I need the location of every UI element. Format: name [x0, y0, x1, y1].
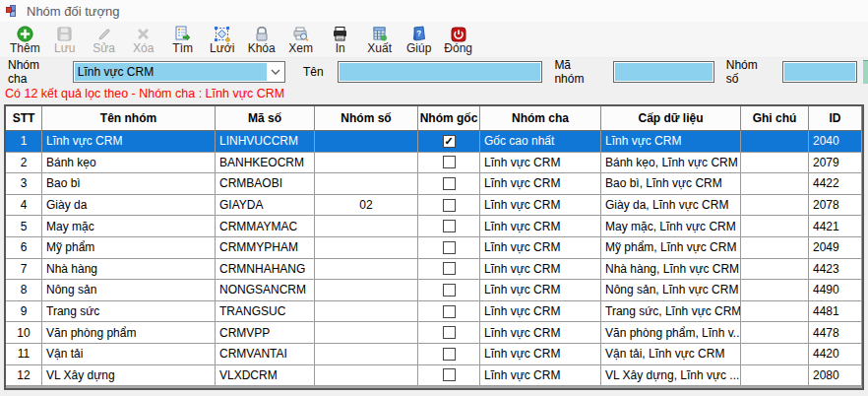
- grid-button[interactable]: Lưới: [204, 24, 241, 56]
- cell-ma-so[interactable]: CRMVANTAI: [216, 344, 315, 365]
- cell-nhom-so[interactable]: [315, 153, 418, 174]
- cell-stt[interactable]: 3: [6, 173, 42, 195]
- cell-ma-so[interactable]: LINHVUCCRM: [216, 131, 315, 153]
- cell-nhom-cha[interactable]: Lĩnh vực CRM: [480, 153, 601, 174]
- cell-nhom-so[interactable]: [315, 216, 418, 237]
- table-row[interactable]: 5May mặcCRMMAYMACLĩnh vực CRMMay mặc, Lĩ…: [6, 216, 862, 237]
- cell-nhom-so[interactable]: [315, 301, 418, 323]
- cell-ghi-chu[interactable]: [741, 131, 809, 153]
- cell-id[interactable]: 2049: [809, 237, 862, 259]
- cell-nhom-cha[interactable]: Lĩnh vực CRM: [480, 216, 601, 237]
- help-button[interactable]: ? Giúp: [401, 24, 438, 56]
- cell-cap-du-lieu[interactable]: Vận tải, Lĩnh vực CRM: [601, 344, 741, 365]
- cell-ma-so[interactable]: BANHKEOCRM: [216, 153, 315, 174]
- cell-ma-so[interactable]: CRMNHAHANG: [216, 259, 315, 281]
- cell-nhom-so[interactable]: [315, 365, 418, 387]
- nhom-goc-checkbox[interactable]: [443, 241, 456, 254]
- cell-ten-nhom[interactable]: Nhà hàng: [42, 259, 216, 281]
- nhom-goc-checkbox[interactable]: [443, 199, 456, 212]
- table-row[interactable]: 12VL Xây dựngVLXDCRMLĩnh vực CRMVL Xây d…: [6, 365, 862, 387]
- cell-ten-nhom[interactable]: Giày da: [42, 195, 216, 217]
- print-button[interactable]: In: [322, 24, 359, 56]
- lock-button[interactable]: Khóa: [243, 24, 280, 56]
- cell-stt[interactable]: 12: [6, 365, 42, 387]
- cell-ghi-chu[interactable]: [741, 259, 809, 281]
- cell-ghi-chu[interactable]: [741, 322, 809, 344]
- cell-nhom-goc[interactable]: [418, 259, 480, 281]
- cell-ghi-chu[interactable]: [741, 153, 809, 174]
- cell-ghi-chu[interactable]: [741, 280, 809, 301]
- nhom-goc-checkbox[interactable]: [443, 220, 456, 232]
- cell-cap-du-lieu[interactable]: Văn phòng phẩm, Lĩnh v...: [601, 322, 741, 344]
- cell-nhom-so[interactable]: [315, 131, 418, 153]
- cell-ten-nhom[interactable]: Bánh kẹo: [42, 153, 216, 174]
- header-cell[interactable]: Nhóm cha: [480, 106, 601, 131]
- cell-ghi-chu[interactable]: [741, 301, 809, 323]
- cell-nhom-cha[interactable]: Lĩnh vực CRM: [480, 301, 601, 323]
- table-row[interactable]: 10Văn phòng phẩmCRMVPPLĩnh vực CRMVăn ph…: [6, 322, 862, 344]
- cell-ghi-chu[interactable]: [741, 173, 809, 195]
- cell-cap-du-lieu[interactable]: Nông sản, Lĩnh vực CRM: [601, 280, 741, 301]
- cell-id[interactable]: 2080: [809, 365, 862, 387]
- table-row[interactable]: 4Giày daGIAYDA02Lĩnh vực CRMGiày da, Lĩn…: [6, 195, 862, 217]
- chevron-down-icon[interactable]: [267, 62, 284, 82]
- cell-id[interactable]: 2079: [809, 153, 862, 174]
- cell-nhom-cha[interactable]: Lĩnh vực CRM: [480, 280, 601, 301]
- cell-ma-so[interactable]: GIAYDA: [216, 195, 315, 217]
- cell-ten-nhom[interactable]: Bao bì: [42, 173, 216, 195]
- group-code-input[interactable]: [613, 61, 714, 83]
- cell-ten-nhom[interactable]: Lĩnh vực CRM: [42, 131, 216, 153]
- close-button[interactable]: Đóng: [440, 24, 477, 56]
- cell-ma-so[interactable]: CRMMYPHAM: [216, 237, 315, 259]
- cell-nhom-goc[interactable]: [418, 237, 480, 259]
- cell-ten-nhom[interactable]: Trang sức: [42, 301, 216, 323]
- cell-stt[interactable]: 4: [6, 195, 42, 217]
- cell-ghi-chu[interactable]: [741, 216, 809, 237]
- header-cell[interactable]: Cấp dữ liệu: [601, 106, 741, 131]
- cell-id[interactable]: 4481: [809, 301, 862, 323]
- cell-ten-nhom[interactable]: Nông sản: [42, 280, 216, 301]
- cell-id[interactable]: 2040: [809, 131, 862, 153]
- header-cell[interactable]: Nhóm số: [315, 106, 418, 131]
- cell-nhom-cha[interactable]: Lĩnh vực CRM: [480, 322, 601, 344]
- cell-nhom-goc[interactable]: [418, 344, 480, 365]
- cell-id[interactable]: 4420: [809, 344, 862, 365]
- cell-cap-du-lieu[interactable]: Mỹ phẩm, Lĩnh vực CRM: [601, 237, 741, 259]
- cell-cap-du-lieu[interactable]: Lĩnh vực CRM: [601, 131, 741, 153]
- header-cell[interactable]: Nhóm gốc: [418, 106, 480, 131]
- cell-nhom-goc[interactable]: ✓: [418, 131, 480, 153]
- cell-stt[interactable]: 1: [6, 131, 42, 153]
- cell-id[interactable]: 4490: [809, 280, 862, 301]
- nhom-goc-checkbox[interactable]: [443, 326, 456, 339]
- cell-stt[interactable]: 2: [6, 153, 42, 174]
- cell-nhom-so[interactable]: 02: [315, 195, 418, 217]
- preview-button[interactable]: Xem: [282, 24, 320, 56]
- cell-nhom-goc[interactable]: [418, 365, 480, 387]
- table-row[interactable]: 1Lĩnh vực CRMLINHVUCCRM✓Gốc cao nhấtLĩnh…: [6, 131, 862, 153]
- header-cell[interactable]: STT: [6, 106, 42, 131]
- cell-id[interactable]: 4423: [809, 259, 862, 281]
- cell-stt[interactable]: 7: [6, 259, 42, 281]
- cell-nhom-goc[interactable]: [418, 216, 480, 237]
- cell-ma-so[interactable]: CRMBAOBI: [216, 173, 315, 195]
- export-button[interactable]: Xuất: [361, 24, 399, 56]
- cell-ghi-chu[interactable]: [741, 237, 809, 259]
- cell-cap-du-lieu[interactable]: Bao bì, Lĩnh vực CRM: [601, 173, 741, 195]
- header-cell[interactable]: Ghi chú: [741, 106, 809, 131]
- nhom-goc-checkbox[interactable]: ✓: [443, 135, 456, 148]
- cell-nhom-so[interactable]: [315, 173, 418, 195]
- nhom-goc-checkbox[interactable]: [443, 262, 456, 275]
- table-row[interactable]: 3Bao bìCRMBAOBILĩnh vực CRMBao bì, Lĩnh …: [6, 173, 862, 195]
- cell-ghi-chu[interactable]: [741, 195, 809, 217]
- table-row[interactable]: 2Bánh kẹoBANHKEOCRMLĩnh vực CRMBánh kẹo,…: [6, 153, 862, 174]
- cell-nhom-so[interactable]: [315, 259, 418, 281]
- cell-nhom-goc[interactable]: [418, 280, 480, 301]
- cell-ten-nhom[interactable]: Văn phòng phẩm: [42, 322, 216, 344]
- cell-cap-du-lieu[interactable]: Nhà hàng, Lĩnh vực CRM: [601, 259, 741, 281]
- header-cell[interactable]: Tên nhóm: [42, 106, 216, 131]
- parent-group-combobox[interactable]: Lĩnh vực CRM: [73, 61, 285, 83]
- name-input[interactable]: [338, 61, 543, 83]
- cell-cap-du-lieu[interactable]: Trang sức, Lĩnh vực CRM: [601, 301, 741, 323]
- nhom-goc-checkbox[interactable]: [443, 368, 456, 381]
- cell-nhom-goc[interactable]: [418, 195, 480, 217]
